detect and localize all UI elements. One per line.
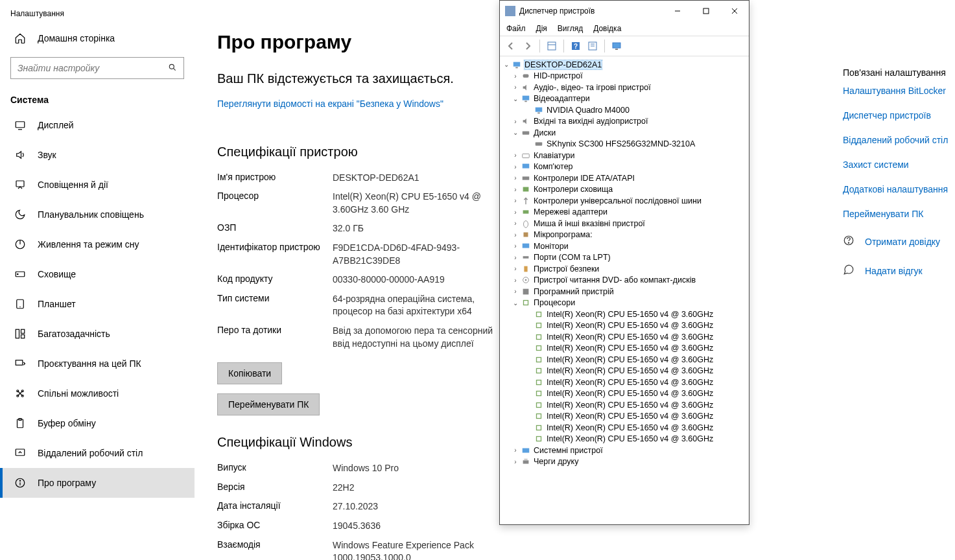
expand-icon[interactable]: › [512, 458, 519, 465]
tree-cpu-core[interactable]: Intel(R) Xeon(R) CPU E5-1650 v4 @ 3.60GH… [502, 388, 746, 400]
forward-icon[interactable] [521, 39, 535, 53]
tree-firmware[interactable]: ›Мікропрограма: [502, 229, 746, 241]
expand-icon[interactable]: › [512, 276, 519, 284]
tree-usb[interactable]: ›Контролери універсальної послідовної ши… [502, 195, 746, 207]
expand-icon[interactable]: › [512, 197, 519, 205]
expand-icon[interactable]: › [512, 163, 519, 170]
expand-icon[interactable]: ⌄ [512, 299, 519, 307]
link-rename[interactable]: Перейменувати ПК [843, 209, 953, 219]
tree-cpu-core[interactable]: Intel(R) Xeon(R) CPU E5-1650 v4 @ 3.60GH… [502, 320, 746, 332]
link-devmgr[interactable]: Диспетчер пристроїв [843, 110, 953, 121]
expand-icon[interactable]: ⌄ [512, 95, 519, 102]
nav-shared[interactable]: Спільні можливості [0, 379, 195, 408]
toolbar-scan-icon[interactable] [585, 39, 600, 53]
nav-projecting[interactable]: Проєктування на цей ПК [0, 349, 195, 379]
tree-disks[interactable]: ⌄Диски [502, 127, 746, 139]
expand-icon[interactable]: › [512, 447, 519, 454]
nav-display[interactable]: Дисплей [0, 110, 195, 140]
maximize-button[interactable] [692, 1, 720, 21]
tree-ide[interactable]: ›Контролери IDE ATA/ATAPI [502, 172, 746, 184]
expand-icon[interactable]: › [512, 265, 519, 273]
tree-network[interactable]: ›Мережеві адаптери [502, 207, 746, 218]
menu-help[interactable]: Довідка [593, 24, 621, 33]
nav-about[interactable]: Про програму [0, 468, 195, 498]
feedback-link[interactable]: Надати відгук [843, 264, 953, 277]
security-link[interactable]: Переглянути відомості на екрані "Безпека… [217, 98, 443, 111]
rename-button[interactable]: Перейменувати ПК [217, 393, 320, 415]
tree-cpu-core[interactable]: Intel(R) Xeon(R) CPU E5-1650 v4 @ 3.60GH… [502, 309, 746, 320]
copy-button[interactable]: Копіювати [217, 362, 282, 384]
nav-sound[interactable]: Звук [0, 140, 195, 170]
tree-video[interactable]: ⌄Відеоадаптери [502, 93, 746, 105]
expand-icon[interactable]: › [512, 253, 519, 261]
minimize-button[interactable] [663, 1, 692, 21]
tree-mice[interactable]: ›Миша й інші вказівні пристрої [502, 218, 746, 229]
tree-audio[interactable]: ›Аудіо-, відео- та ігрові пристрої [502, 82, 746, 93]
tree-root[interactable]: ⌄DESKTOP-DED62A1 [502, 59, 746, 71]
close-button[interactable] [720, 1, 749, 21]
tree-storagectrl[interactable]: ›Контролери сховища [502, 184, 746, 196]
nav-focus[interactable]: Планувальник сповіщень [0, 200, 195, 229]
tree-cpu-core[interactable]: Intel(R) Xeon(R) CPU E5-1650 v4 @ 3.60GH… [502, 399, 746, 411]
tree-processors[interactable]: ⌄Процесори [502, 298, 746, 309]
nav-notifications[interactable]: Сповіщення й дії [0, 170, 195, 200]
expand-icon[interactable]: ⌄ [512, 129, 519, 137]
tree-printqueue[interactable]: ›Черги друку [502, 456, 746, 468]
get-help-link[interactable]: Отримати довідку [843, 235, 953, 248]
expand-icon[interactable]: › [512, 185, 519, 193]
expand-icon[interactable]: › [512, 117, 519, 125]
tree-ports[interactable]: ›Порти (COM та LPT) [502, 252, 746, 264]
devmgr-titlebar[interactable]: Диспетчер пристроїв [500, 1, 749, 21]
toolbar-properties-icon[interactable] [545, 39, 559, 53]
tree-cpu-core[interactable]: Intel(R) Xeon(R) CPU E5-1650 v4 @ 3.60GH… [502, 377, 746, 388]
tree-cpu-core[interactable]: Intel(R) Xeon(R) CPU E5-1650 v4 @ 3.60GH… [502, 434, 746, 445]
tree-software[interactable]: ›Програмний пристрій [502, 286, 746, 298]
expand-icon[interactable]: › [512, 84, 519, 91]
search-box[interactable] [10, 57, 184, 79]
expand-icon[interactable]: › [512, 174, 519, 182]
tree-security[interactable]: ›Пристрої безпеки [502, 263, 746, 275]
tree-audioio[interactable]: ›Вхідні та вихідні аудіопристрої [502, 116, 746, 128]
tree-keyboards[interactable]: ›Клавіатури [502, 150, 746, 161]
expand-icon[interactable]: › [512, 288, 519, 296]
back-icon[interactable] [504, 39, 518, 53]
tree-cpu-core[interactable]: Intel(R) Xeon(R) CPU E5-1650 v4 @ 3.60GH… [502, 331, 746, 343]
link-protection[interactable]: Захист системи [843, 159, 953, 170]
expand-icon[interactable]: › [512, 152, 519, 159]
tree-computer[interactable]: ›Комп'ютер [502, 161, 746, 173]
svg-rect-56 [524, 266, 527, 272]
expand-icon[interactable]: › [512, 208, 519, 216]
nav-clipboard[interactable]: Буфер обміну [0, 408, 195, 438]
menu-action[interactable]: Дія [536, 24, 547, 33]
search-input[interactable] [18, 63, 168, 73]
tree-dvd[interactable]: ›Пристрої читання DVD- або компакт-дискі… [502, 275, 746, 286]
tree-cpu-core[interactable]: Intel(R) Xeon(R) CPU E5-1650 v4 @ 3.60GH… [502, 366, 746, 377]
expand-icon[interactable]: › [512, 72, 519, 80]
expand-icon[interactable]: › [512, 220, 519, 228]
nav-tablet[interactable]: Планшет [0, 289, 195, 319]
link-advanced[interactable]: Додаткові налаштування [843, 184, 953, 194]
tree-hid[interactable]: ›HID-пристрої [502, 71, 746, 82]
nav-storage[interactable]: Сховище [0, 259, 195, 289]
tree-cpu-core[interactable]: Intel(R) Xeon(R) CPU E5-1650 v4 @ 3.60GH… [502, 343, 746, 355]
expand-icon[interactable]: › [512, 242, 519, 250]
link-bitlocker[interactable]: Налаштування BitLocker [843, 86, 953, 96]
menu-view[interactable]: Вигляд [558, 24, 583, 33]
toolbar-monitor-icon[interactable] [609, 39, 624, 53]
tree-gpu[interactable]: NVIDIA Quadro M4000 [502, 104, 746, 116]
expand-icon[interactable]: › [512, 231, 519, 239]
toolbar-help-icon[interactable]: ? [569, 39, 583, 53]
link-remote[interactable]: Віддалений робочий стіл [843, 135, 953, 145]
nav-power[interactable]: Живлення та режим сну [0, 229, 195, 259]
menu-file[interactable]: Файл [506, 24, 526, 33]
home-link[interactable]: Домашня сторінка [0, 25, 195, 52]
tree-cpu-core[interactable]: Intel(R) Xeon(R) CPU E5-1650 v4 @ 3.60GH… [502, 354, 746, 366]
tree-system[interactable]: ›Системні пристрої [502, 445, 746, 456]
expand-icon[interactable]: ⌄ [502, 61, 510, 69]
tree-cpu-core[interactable]: Intel(R) Xeon(R) CPU E5-1650 v4 @ 3.60GH… [502, 411, 746, 423]
nav-multitask[interactable]: Багатозадачність [0, 319, 195, 349]
nav-remote[interactable]: Віддалений робочий стіл [0, 438, 195, 468]
tree-monitors[interactable]: ›Монітори [502, 240, 746, 252]
tree-cpu-core[interactable]: Intel(R) Xeon(R) CPU E5-1650 v4 @ 3.60GH… [502, 422, 746, 434]
tree-disk1[interactable]: SKhynix SC300 HFS256G32MND-3210A [502, 139, 746, 150]
